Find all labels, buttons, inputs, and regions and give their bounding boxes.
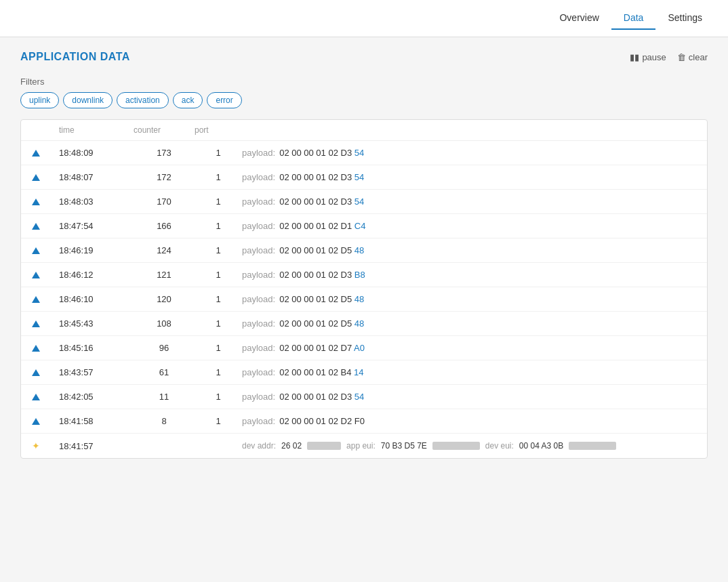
dev-addr-label: dev addr: [242, 441, 276, 451]
payload-cell: payload: 02 00 00 01 02 D5 48 [242, 318, 696, 329]
header-actions: ▮▮ pause 🗑 clear [630, 52, 708, 62]
nav-data[interactable]: Data [611, 7, 656, 30]
port-cell: 1 [195, 416, 242, 426]
table-row[interactable]: 18:48:03 170 1 payload: 02 00 00 01 02 D… [21, 190, 707, 214]
filter-ack[interactable]: ack [173, 92, 203, 108]
filter-downlink[interactable]: downlink [63, 92, 113, 108]
time-cell: 18:48:07 [59, 172, 134, 182]
table-row[interactable]: 18:45:16 96 1 payload: 02 00 00 01 02 D7… [21, 336, 707, 360]
payload-value: 02 00 00 01 02 D1 C4 [279, 221, 365, 231]
time-cell: 18:41:57 [59, 441, 134, 451]
port-cell: 1 [195, 318, 242, 329]
counter-cell: 61 [134, 367, 195, 377]
table-row[interactable]: 18:46:19 124 1 payload: 02 00 00 01 02 D… [21, 238, 707, 263]
payload-cell: payload: 02 00 00 01 02 D3 B8 [242, 270, 696, 280]
time-cell: 18:45:43 [59, 318, 134, 329]
port-cell: 1 [195, 367, 242, 377]
page-title: APPLICATION DATA [20, 51, 130, 63]
uplink-icon [32, 223, 59, 230]
payload-value: 02 00 00 01 02 D2 F0 [279, 416, 365, 426]
table-row[interactable]: 18:41:58 8 1 payload: 02 00 00 01 02 D2 … [21, 409, 707, 434]
table-row[interactable]: 18:46:12 121 1 payload: 02 00 00 01 02 D… [21, 263, 707, 287]
table-row[interactable]: 18:42:05 11 1 payload: 02 00 00 01 02 D3… [21, 385, 707, 409]
activation-cell: dev addr: 26 02 app eui: 70 B3 D5 7E dev… [242, 441, 696, 451]
filter-activation[interactable]: activation [117, 92, 169, 108]
time-cell: 18:47:54 [59, 221, 134, 231]
counter-cell: 8 [134, 416, 195, 426]
time-cell: 18:41:58 [59, 416, 134, 426]
payload-label: payload: [242, 221, 275, 231]
payload-label: payload: [242, 196, 275, 207]
top-navigation: Overview Data Settings [0, 0, 728, 37]
payload-value: 02 00 00 01 02 D5 48 [279, 294, 364, 304]
col-time: time [59, 125, 134, 135]
page-header: APPLICATION DATA ▮▮ pause 🗑 clear [20, 51, 708, 63]
port-cell: 1 [195, 172, 242, 182]
uplink-icon [32, 418, 59, 425]
filter-error[interactable]: error [207, 92, 241, 108]
nav-settings[interactable]: Settings [655, 7, 714, 30]
time-cell: 18:46:19 [59, 245, 134, 255]
payload-label: payload: [242, 367, 275, 377]
payload-label: payload: [242, 245, 275, 255]
col-counter: counter [134, 125, 195, 135]
time-cell: 18:46:10 [59, 294, 134, 304]
time-cell: 18:48:03 [59, 196, 134, 207]
app-eui-label: app eui: [346, 441, 376, 451]
time-cell: 18:43:57 [59, 367, 134, 377]
payload-label: payload: [242, 343, 275, 353]
dev-eui-blurred [569, 442, 616, 450]
port-cell: 1 [195, 294, 242, 304]
counter-cell: 124 [134, 245, 195, 255]
port-cell: 1 [195, 148, 242, 158]
app-eui-value: 70 B3 D5 7E [381, 441, 427, 451]
counter-cell: 172 [134, 172, 195, 182]
table-header: time counter port [21, 120, 707, 141]
clear-label: clear [689, 52, 708, 62]
table-row[interactable]: 18:48:09 173 1 payload: 02 00 00 01 02 D… [21, 141, 707, 165]
table-row[interactable]: 18:48:07 172 1 payload: 02 00 00 01 02 D… [21, 165, 707, 190]
time-cell: 18:42:05 [59, 392, 134, 402]
dev-eui-label: dev eui: [485, 441, 514, 451]
counter-cell: 173 [134, 148, 195, 158]
payload-label: payload: [242, 270, 275, 280]
counter-cell: 11 [134, 392, 195, 402]
payload-cell: payload: 02 00 00 01 02 D5 48 [242, 294, 696, 304]
payload-value: 02 00 00 01 02 D3 54 [279, 196, 364, 207]
filter-uplink[interactable]: uplink [20, 92, 59, 108]
main-content: APPLICATION DATA ▮▮ pause 🗑 clear Filter… [0, 37, 728, 582]
uplink-icon [32, 369, 59, 376]
payload-value: 02 00 00 01 02 D3 54 [279, 392, 364, 402]
table-row[interactable]: 18:43:57 61 1 payload: 02 00 00 01 02 B4… [21, 360, 707, 385]
uplink-icon [32, 199, 59, 205]
table-row[interactable]: 18:46:10 120 1 payload: 02 00 00 01 02 D… [21, 287, 707, 312]
filters-label: Filters [20, 77, 708, 87]
time-cell: 18:45:16 [59, 343, 134, 353]
uplink-icon [32, 345, 59, 352]
uplink-icon [32, 394, 59, 400]
counter-cell: 170 [134, 196, 195, 207]
table-row-activation[interactable]: ✦ 18:41:57 dev addr: 26 02 app eui: 70 B… [21, 434, 707, 458]
payload-label: payload: [242, 392, 275, 402]
port-cell: 1 [195, 392, 242, 402]
payload-cell: payload: 02 00 00 01 02 D3 54 [242, 148, 696, 158]
clear-button[interactable]: 🗑 clear [677, 52, 708, 62]
uplink-icon [32, 150, 59, 157]
table-row[interactable]: 18:47:54 166 1 payload: 02 00 00 01 02 D… [21, 214, 707, 238]
payload-label: payload: [242, 318, 275, 329]
payload-label: payload: [242, 172, 275, 182]
table-row[interactable]: 18:45:43 108 1 payload: 02 00 00 01 02 D… [21, 312, 707, 336]
counter-cell: 108 [134, 318, 195, 329]
dev-eui-value: 00 04 A3 0B [519, 441, 563, 451]
payload-cell: payload: 02 00 00 01 02 B4 14 [242, 367, 696, 377]
filter-tags: uplink downlink activation ack error [20, 92, 708, 108]
nav-overview[interactable]: Overview [547, 7, 611, 30]
port-cell: 1 [195, 221, 242, 231]
payload-value: 02 00 00 01 02 D3 B8 [279, 270, 365, 280]
payload-label: payload: [242, 294, 275, 304]
time-cell: 18:46:12 [59, 270, 134, 280]
pause-button[interactable]: ▮▮ pause [630, 52, 666, 62]
port-cell: 1 [195, 270, 242, 280]
payload-cell: payload: 02 00 00 01 02 D5 48 [242, 245, 696, 255]
payload-cell: payload: 02 00 00 01 02 D3 54 [242, 172, 696, 182]
